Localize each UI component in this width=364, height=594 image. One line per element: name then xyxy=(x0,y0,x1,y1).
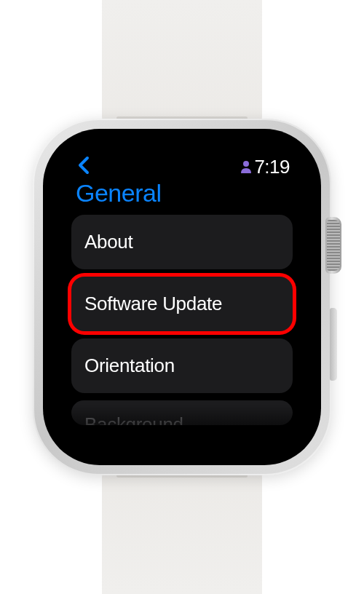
menu-item-about[interactable]: About xyxy=(71,215,293,269)
watch-case: 7:19 General About Software Update Orien… xyxy=(33,119,331,475)
menu-item-label: About xyxy=(84,231,132,253)
side-button[interactable] xyxy=(330,308,337,381)
menu-list: About Software Update Orientation Backgr… xyxy=(71,215,293,425)
digital-crown[interactable] xyxy=(325,217,341,274)
menu-item-label: Background xyxy=(84,413,183,425)
menu-item-label: Orientation xyxy=(84,355,175,376)
menu-item-software-update[interactable]: Software Update xyxy=(71,277,293,331)
menu-item-label: Software Update xyxy=(84,293,222,314)
clock-time: 7:19 xyxy=(254,156,290,178)
svg-point-0 xyxy=(243,161,249,167)
watch-band-bottom xyxy=(102,463,262,594)
person-icon xyxy=(240,160,252,173)
watch-screen: 7:19 General About Software Update Orien… xyxy=(60,146,304,448)
back-chevron-icon[interactable] xyxy=(74,156,90,178)
watch-band-top xyxy=(102,0,262,131)
status-right: 7:19 xyxy=(240,156,290,178)
page-title: General xyxy=(71,178,293,215)
menu-item-background[interactable]: Background xyxy=(71,400,293,425)
watch-bezel: 7:19 General About Software Update Orien… xyxy=(43,129,321,465)
menu-item-orientation[interactable]: Orientation xyxy=(71,338,293,393)
status-bar: 7:19 xyxy=(71,156,293,178)
